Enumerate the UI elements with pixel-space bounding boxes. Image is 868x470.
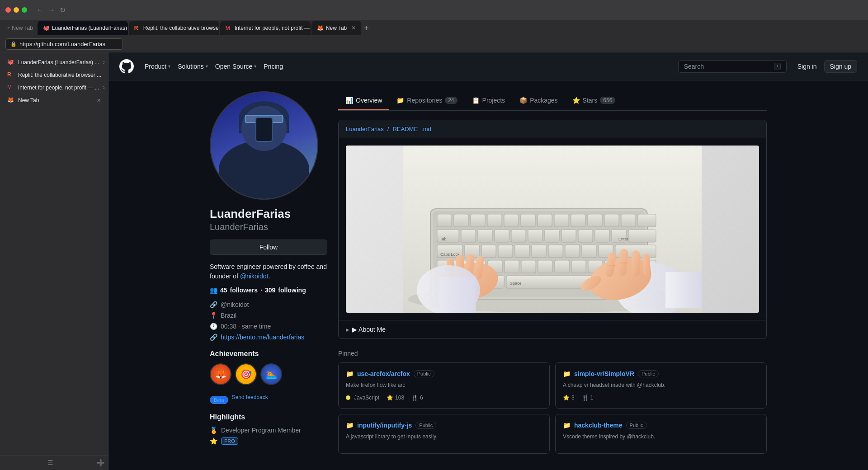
sidebar-tab-github[interactable]: 🐙 LuanderFarias (LuanderFarias) ... ✕ — [4, 56, 104, 69]
about-me-toggle[interactable]: ▶ ▶ About Me — [339, 320, 766, 338]
svg-text:Caps Lock: Caps Lock — [440, 252, 460, 257]
beta-badge: Beta — [210, 396, 228, 404]
tab-close-newtab[interactable]: ✕ — [351, 25, 356, 31]
svg-rect-70 — [632, 250, 640, 277]
detail-twitter-text[interactable]: @nikoidot — [221, 301, 249, 308]
tab-newtab[interactable]: 🦊 New Tab ✕ — [311, 21, 361, 35]
sidebar-tab-close-newtab[interactable]: ✕ — [97, 98, 101, 103]
stars-stat-simplovr[interactable]: ⭐ 3 — [563, 395, 575, 401]
dot-separator: · — [260, 287, 262, 294]
link-icon: 🔗 — [210, 334, 217, 341]
repo-name-simplovr[interactable]: simplo-vr/SimploVR — [574, 370, 634, 377]
followers-label: followers — [230, 287, 258, 294]
detail-website-link[interactable]: https://bento.me/luanderfarias — [221, 334, 304, 341]
achievement-badge-1[interactable]: 🦊 — [210, 363, 231, 385]
traffic-lights — [5, 7, 27, 13]
following-count-link[interactable]: 309 — [265, 287, 275, 294]
tab-mozilla[interactable]: M Internet for people, not profit — ... … — [220, 21, 311, 35]
lang-label-arcfox: JavaScript — [354, 395, 379, 401]
achievement-badge-3[interactable]: 🏊 — [260, 363, 282, 385]
sidebar-tab-newtab[interactable]: 🦊 New Tab ✕ — [4, 94, 104, 107]
follow-button[interactable]: Follow — [210, 240, 327, 255]
achievement-badge-2[interactable]: 🎯 — [235, 363, 257, 385]
tab-label-overview: Overview — [356, 97, 382, 104]
address-bar-row: 🔒 https://github.com/LuanderFarias — [0, 36, 868, 52]
sidebar-bottom-right[interactable]: ➕ — [97, 459, 104, 466]
stars-stat-arcfox[interactable]: ⭐ 108 — [387, 395, 404, 401]
nav-link-product[interactable]: Product ▾ — [145, 63, 170, 70]
tab-overview[interactable]: 📊 Overview — [338, 91, 389, 110]
tab-packages[interactable]: 📦 Packages — [512, 91, 565, 110]
pinned-desc-arcfox: Make firefox flow like arc — [346, 381, 542, 389]
tab-github[interactable]: 🐙 LuanderFarias (LuanderFarias) ... ✕ — [38, 21, 128, 35]
lang-dot-arcfox — [346, 395, 350, 400]
signin-button[interactable]: Sign in — [797, 63, 817, 70]
maximize-button[interactable] — [22, 7, 27, 13]
sidebar-favicon-github: 🐙 — [7, 59, 14, 66]
browser-window: ← → ↻ + New Tab 🐙 LuanderFarias (Luander… — [0, 0, 868, 470]
svg-rect-37 — [582, 245, 596, 258]
readme-path-file[interactable]: README — [392, 126, 418, 132]
back-button[interactable]: ← — [36, 6, 43, 14]
readme-path-user[interactable]: LuanderFarias — [346, 126, 384, 132]
forks-stat-arcfox[interactable]: 🍴 6 — [411, 395, 423, 401]
svg-rect-14 — [604, 214, 619, 227]
svg-text:Enter: Enter — [618, 237, 628, 241]
pinned-card-hackclub[interactable]: 📁 hackclub-theme Public Vscode theme ins… — [555, 414, 767, 454]
send-feedback-link[interactable]: Send feedback — [232, 394, 268, 400]
tab-favicon-mozilla: M — [226, 25, 232, 31]
sidebar-tab-replit[interactable]: R Replit: the collaborative browser ... … — [4, 69, 104, 81]
tab-projects[interactable]: 📋 Projects — [465, 91, 513, 110]
sidebar-tab-mozilla[interactable]: M Internet for people, not profit — ... … — [4, 81, 104, 94]
location-icon: 📍 — [210, 312, 217, 319]
svg-rect-25 — [578, 230, 593, 242]
svg-rect-15 — [621, 214, 636, 227]
add-tab-button[interactable]: + — [364, 24, 369, 33]
nav-link-solutions[interactable]: Solutions ▾ — [178, 63, 208, 70]
minimize-button[interactable] — [14, 7, 19, 13]
pinned-card-header-inputify: 📁 inputify/inputify-js Public — [346, 422, 542, 429]
sidebar-tab-close-github[interactable]: ✕ — [103, 60, 104, 66]
forks-count-arcfox: 6 — [420, 395, 423, 401]
sidebar-tab-label-github: LuanderFarias (LuanderFarias) ... — [18, 59, 99, 66]
signup-button[interactable]: Sign up — [824, 60, 857, 73]
repo-name-hackclub[interactable]: hackclub-theme — [574, 422, 623, 429]
repo-name-arcfox[interactable]: use-arcfox/arcfox — [357, 370, 410, 377]
github-nav-links: Product ▾ Solutions ▾ Open Source ▾ Pric… — [145, 63, 283, 70]
pinned-card-inputify[interactable]: 📁 inputify/inputify-js Public A javascri… — [338, 414, 550, 454]
twitter-icon: 🔗 — [210, 301, 217, 308]
tab-stars[interactable]: ⭐ Stars 656 — [565, 91, 623, 110]
svg-rect-34 — [532, 245, 546, 258]
github-search[interactable]: Search / — [678, 60, 787, 73]
tab-replit[interactable]: R Replit: the collaborative browser ... … — [129, 21, 219, 35]
sidebar-tab-label-newtab: New Tab — [18, 97, 39, 103]
followers-count-link[interactable]: 45 — [220, 287, 227, 294]
sidebar-tab-close-mozilla[interactable]: ✕ — [103, 85, 104, 91]
tab-badge-stars: 656 — [600, 97, 615, 104]
forks-stat-simplovr[interactable]: 🍴 1 — [582, 395, 594, 401]
detail-location: 📍 Brazil — [210, 312, 327, 319]
tab-repositories[interactable]: 📁 Repositories 24 — [389, 91, 464, 110]
highlights-section: Highlights 🏅 Developer Program Member ⭐ … — [210, 413, 327, 446]
repo-name-inputify[interactable]: inputify/inputify-js — [357, 422, 412, 429]
profile-bio: Software engineer powered by coffee and … — [210, 262, 327, 281]
pinned-card-simplovr[interactable]: 📁 simplo-vr/SimploVR Public A cheap vr h… — [555, 362, 767, 409]
sidebar-tab-label-mozilla: Internet for people, not profit — ... — [18, 85, 99, 91]
github-nav-actions: Sign in Sign up — [797, 60, 857, 73]
address-bar[interactable]: 🔒 https://github.com/LuanderFarias — [5, 38, 123, 50]
github-logo[interactable] — [119, 59, 134, 74]
new-tab-button[interactable]: + New Tab — [4, 22, 37, 34]
avatar-status-badge: 😊 — [301, 183, 314, 195]
pinned-desc-inputify: A javascript library to get inputs easil… — [346, 432, 542, 441]
forward-button[interactable]: → — [48, 6, 55, 14]
bio-link[interactable]: @nikoidot — [240, 273, 268, 280]
close-button[interactable] — [5, 7, 11, 13]
pinned-card-arcfox[interactable]: 📁 use-arcfox/arcfox Public Make firefox … — [338, 362, 550, 409]
refresh-button[interactable]: ↻ — [60, 6, 66, 14]
nav-label-opensource: Open Source — [215, 63, 253, 70]
sidebar-bottom-left[interactable]: ☰ — [47, 459, 53, 466]
nav-link-opensource[interactable]: Open Source ▾ — [215, 63, 257, 70]
search-shortcut: / — [774, 63, 781, 70]
nav-link-pricing[interactable]: Pricing — [264, 63, 283, 70]
sidebar-favicon-newtab: 🦊 — [7, 97, 14, 104]
